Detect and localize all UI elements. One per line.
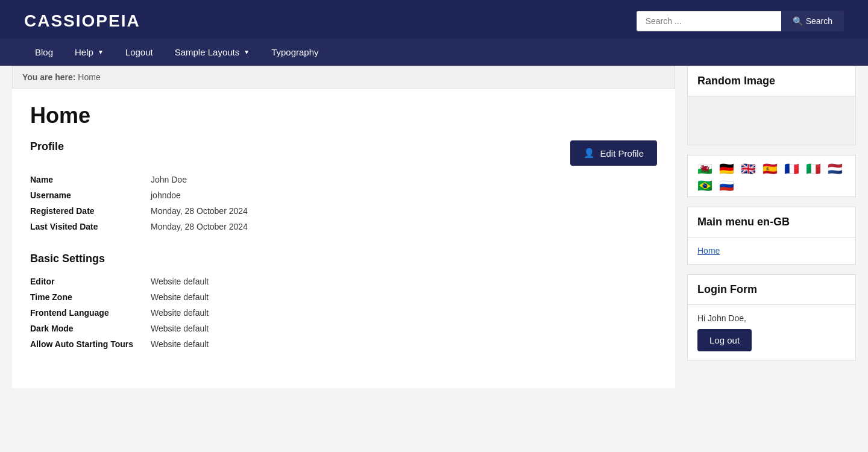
settings-table-row: Frontend Language Website default	[30, 305, 657, 321]
settings-table-row: Dark Mode Website default	[30, 321, 657, 336]
main-menu-home-link[interactable]: Home	[697, 246, 720, 256]
settings-field-label: Editor	[30, 274, 151, 289]
settings-field-label: Allow Auto Starting Tours	[30, 336, 151, 352]
search-button-label: Search	[806, 16, 832, 26]
settings-table-row: Time Zone Website default	[30, 289, 657, 305]
nav-item-logout[interactable]: Logout	[115, 39, 164, 66]
profile-field-label: Last Visited Date	[30, 219, 151, 234]
profile-table-row: Last Visited Date Monday, 28 October 202…	[30, 219, 657, 234]
flags-module: 🏴󠁧󠁢󠁷󠁬󠁳󠁿🇩🇪🇬🇧🇪🇸🇫🇷🇮🇹🇳🇱🇧🇷🇷🇺	[687, 155, 856, 197]
flag-icon[interactable]: 🇮🇹	[806, 162, 823, 174]
settings-field-value: Website default	[151, 274, 657, 289]
profile-field-label: Name	[30, 172, 151, 187]
login-form-title: Login Form	[688, 275, 855, 305]
nav-item-sample-layouts[interactable]: Sample Layouts ▼	[164, 39, 260, 66]
profile-table-row: Username johndoe	[30, 187, 657, 203]
content-area: You are here: Home Home Profile 👤 Edit P…	[12, 66, 675, 388]
profile-field-value: John Doe	[151, 172, 657, 187]
nav-item-typography[interactable]: Typography	[260, 39, 329, 66]
flags-container: 🏴󠁧󠁢󠁷󠁬󠁳󠁿🇩🇪🇬🇧🇪🇸🇫🇷🇮🇹🇳🇱🇧🇷🇷🇺	[688, 155, 855, 196]
nav-label-blog: Blog	[35, 47, 53, 57]
flag-icon[interactable]: 🇫🇷	[784, 162, 801, 174]
main-container: You are here: Home Home Profile 👤 Edit P…	[12, 66, 856, 388]
main-menu-module: Main menu en-GB Home	[687, 207, 856, 265]
flag-icon[interactable]: 🇳🇱	[828, 162, 844, 174]
breadcrumb-current: Home	[78, 72, 100, 82]
sidebar: Random Image 🏴󠁧󠁢󠁷󠁬󠁳󠁿🇩🇪🇬🇧🇪🇸🇫🇷🇮🇹🇳🇱🇧🇷🇷🇺 Mai…	[675, 66, 856, 388]
settings-table-row: Editor Website default	[30, 274, 657, 289]
breadcrumb: You are here: Home	[12, 66, 675, 89]
flag-icon[interactable]: 🇬🇧	[741, 162, 758, 174]
profile-table-row: Name John Doe	[30, 172, 657, 187]
profile-field-label: Registered Date	[30, 203, 151, 219]
flag-icon[interactable]: 🇷🇺	[719, 178, 736, 190]
profile-field-label: Username	[30, 187, 151, 203]
edit-profile-button[interactable]: 👤 Edit Profile	[570, 140, 657, 166]
logout-button[interactable]: Log out	[697, 329, 752, 351]
flag-icon[interactable]: 🇪🇸	[763, 162, 779, 174]
main-menu-title: Main menu en-GB	[688, 207, 855, 237]
nav-label-help: Help	[75, 47, 93, 57]
breadcrumb-prefix: You are here:	[22, 72, 75, 82]
random-image-title: Random Image	[688, 66, 855, 96]
search-icon: 🔍	[793, 16, 803, 26]
settings-field-label: Dark Mode	[30, 321, 151, 336]
settings-field-value: Website default	[151, 321, 657, 336]
search-input[interactable]	[637, 11, 781, 31]
settings-table-row: Allow Auto Starting Tours Website defaul…	[30, 336, 657, 352]
profile-header: Profile 👤 Edit Profile	[30, 140, 657, 166]
settings-field-label: Time Zone	[30, 289, 151, 305]
page-title: Home	[30, 103, 657, 128]
site-logo: CASSIOPEIA	[24, 11, 140, 31]
nav-label-logout: Logout	[125, 47, 153, 57]
settings-field-label: Frontend Language	[30, 305, 151, 321]
profile-table: Name John Doe Username johndoe Registere…	[30, 172, 657, 234]
random-image-placeholder	[688, 96, 855, 145]
settings-field-value: Website default	[151, 305, 657, 321]
chevron-down-icon-2: ▼	[244, 49, 250, 55]
flag-icon[interactable]: 🇩🇪	[719, 162, 736, 174]
person-icon: 👤	[583, 148, 595, 159]
nav-item-help[interactable]: Help ▼	[64, 39, 115, 66]
search-area: 🔍 Search	[637, 11, 844, 31]
main-nav: Blog Help ▼ Logout Sample Layouts ▼ Typo…	[0, 39, 868, 66]
nav-label-sample-layouts: Sample Layouts	[175, 47, 240, 57]
settings-field-value: Website default	[151, 336, 657, 352]
login-form-module: Login Form Hi John Doe, Log out	[687, 274, 856, 360]
profile-table-row: Registered Date Monday, 28 October 2024	[30, 203, 657, 219]
nav-label-typography: Typography	[271, 47, 318, 57]
nav-item-blog[interactable]: Blog	[24, 39, 64, 66]
edit-profile-label: Edit Profile	[600, 148, 644, 159]
profile-section-title: Profile	[30, 140, 64, 153]
main-menu-content: Home	[688, 237, 855, 264]
login-greeting: Hi John Doe,	[697, 313, 846, 323]
basic-settings-section-title: Basic Settings	[30, 253, 657, 265]
profile-field-value: Monday, 28 October 2024	[151, 203, 657, 219]
profile-field-value: Monday, 28 October 2024	[151, 219, 657, 234]
flag-icon[interactable]: 🏴󠁧󠁢󠁷󠁬󠁳󠁿	[697, 162, 714, 174]
settings-field-value: Website default	[151, 289, 657, 305]
chevron-down-icon: ▼	[98, 49, 104, 55]
search-button[interactable]: 🔍 Search	[781, 11, 844, 31]
random-image-module: Random Image	[687, 66, 856, 145]
login-form-content: Hi John Doe, Log out	[688, 305, 855, 360]
flag-icon[interactable]: 🇧🇷	[697, 178, 714, 190]
settings-table: Editor Website default Time Zone Website…	[30, 274, 657, 352]
profile-field-value: johndoe	[151, 187, 657, 203]
